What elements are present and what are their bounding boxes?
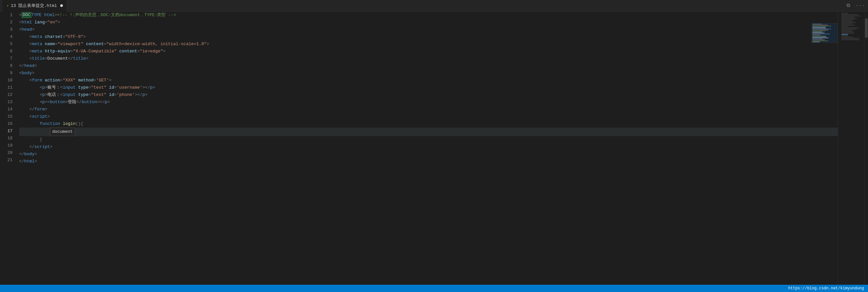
line-number: 7 — [0, 55, 12, 62]
punctuation-token: > — [48, 114, 50, 119]
highlighted-token: DOC — [22, 12, 31, 18]
punctuation-token: > — [86, 56, 89, 61]
line-numbers-gutter: 123456789101112131415161718192021 — [0, 11, 17, 285]
tag-token: TYPE html — [31, 12, 54, 18]
text-token — [60, 121, 63, 126]
tag-token: html — [22, 20, 32, 25]
line-number: 15 — [0, 113, 12, 120]
punctuation-token: < — [19, 70, 22, 76]
code-line: </form> — [19, 106, 838, 113]
file-type-icon: ⚡ — [7, 4, 9, 8]
punctuation-token: < — [19, 85, 42, 90]
punctuation-token: > — [45, 92, 48, 97]
punctuation-token: > — [45, 56, 48, 61]
tag-token: form — [35, 107, 45, 112]
tag-token: p — [105, 99, 107, 105]
punctuation-token: ></ — [97, 99, 105, 105]
string-token: "viewport" — [58, 41, 83, 47]
punctuation-token: = — [137, 49, 140, 54]
tag-token: meta — [32, 34, 42, 39]
more-actions-icon[interactable]: ··· — [856, 3, 865, 8]
attr-token: action — [42, 78, 60, 83]
punctuation-token: < — [60, 85, 63, 90]
tag-token: script — [32, 114, 48, 119]
line-number: 4 — [0, 33, 12, 40]
string-token: "ie=edge" — [140, 49, 163, 54]
split-editor-icon[interactable]: ⧉ — [847, 3, 850, 8]
minimap-line — [841, 14, 858, 15]
punctuation-token: > — [32, 27, 35, 32]
minimap-line — [841, 25, 855, 26]
punctuation-token: > — [153, 85, 155, 90]
attr-token: http-equiv — [42, 49, 70, 54]
punctuation-token: > — [163, 49, 165, 54]
punctuation-token: ></ — [143, 85, 150, 90]
tag-token: p — [42, 92, 45, 97]
punctuation-token: > — [107, 99, 110, 105]
minimap-thumbnail — [811, 23, 838, 43]
minimap-line — [841, 31, 854, 32]
tag-token: form — [32, 78, 42, 83]
string-single-token: 'GET' — [96, 78, 109, 83]
punctuation-token: > — [83, 34, 86, 39]
punctuation-token: </ — [19, 107, 35, 112]
code-editor[interactable]: <DOCTYPE html><!-- !:声明的意思，DOC:文档documen… — [17, 11, 838, 285]
punctuation-token: < — [19, 114, 32, 119]
punctuation-token: </ — [68, 56, 73, 61]
minimap-line — [841, 35, 848, 36]
tag-token: button — [50, 99, 65, 105]
text-token: Document — [48, 56, 68, 61]
code-line: } — [19, 136, 838, 143]
punctuation-token — [19, 129, 50, 134]
comment-token: <!-- !:声明的意思，DOC:文档document，TYPE:类型 --> — [57, 12, 176, 18]
tag-token: meta — [32, 41, 42, 47]
text-token: 登陆 — [68, 99, 76, 105]
code-line: <script> — [19, 113, 838, 120]
punctuation-token: = — [45, 20, 48, 25]
code-line: <form action="XXX" method='GET'> — [19, 77, 838, 84]
attr-token: lang — [32, 20, 45, 25]
code-line: <meta charset="UTF-8"> — [19, 33, 838, 40]
tag-token: html — [24, 159, 35, 164]
minimap-line — [841, 33, 855, 34]
tag-token: input — [63, 92, 76, 97]
punctuation-token: </ — [76, 99, 82, 105]
punctuation-token: > — [45, 107, 48, 112]
punctuation-token: < — [19, 41, 32, 47]
function-name-token: login — [63, 121, 76, 126]
minimap-line — [841, 22, 856, 23]
code-line: function login(){ — [19, 120, 838, 127]
punctuation-token: = — [60, 78, 63, 83]
attr-token: content — [83, 41, 104, 47]
string-token: "text" — [91, 92, 107, 97]
tag-token: head — [22, 27, 32, 32]
punctuation-token: </ — [19, 159, 24, 164]
line-number: 12 — [0, 91, 12, 98]
punctuation-token: < — [19, 78, 32, 83]
editor-tab[interactable]: ⚡ 13 阻止表单提交.html — [3, 0, 67, 11]
line-number: 9 — [0, 69, 12, 77]
autocomplete-suggestion[interactable]: document — [50, 127, 75, 136]
editor-container: 123456789101112131415161718192021 <DOCTY… — [0, 11, 868, 285]
punctuation-token: = — [89, 85, 91, 90]
punctuation-token: < — [19, 34, 32, 39]
tag-token: title — [73, 56, 86, 61]
attr-token: id — [106, 85, 114, 90]
tag-token: p — [150, 85, 153, 90]
attr-token: content — [117, 49, 137, 54]
punctuation-token: > — [32, 70, 35, 76]
punctuation-token: > — [45, 99, 48, 105]
punctuation-token: = — [114, 92, 117, 97]
attr-token: charset — [42, 34, 63, 39]
line-number: 21 — [0, 156, 12, 164]
string-token: "en" — [48, 20, 58, 25]
vertical-scrollbar[interactable] — [864, 11, 868, 285]
scrollbar-thumb[interactable] — [865, 18, 868, 38]
punctuation-token: > — [50, 144, 53, 149]
status-link[interactable]: https://blog.csdn.net/kimyundung — [788, 286, 864, 291]
code-line: </head> — [19, 62, 838, 69]
code-line: <body> — [19, 69, 838, 77]
punctuation-token: < — [19, 92, 42, 97]
line-number: 8 — [0, 62, 12, 69]
line-number: 18 — [0, 135, 12, 142]
